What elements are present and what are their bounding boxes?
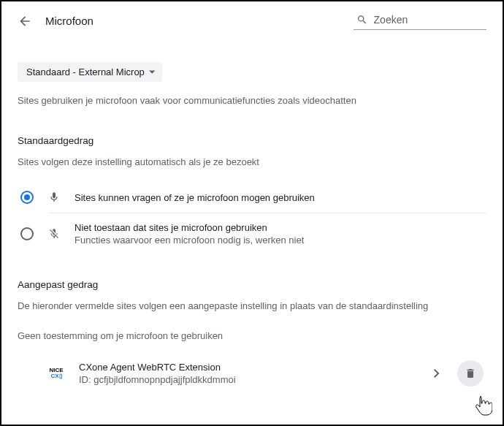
arrow-left-icon [18, 14, 32, 28]
back-button[interactable] [18, 14, 32, 28]
custom-behavior-subtext: De hieronder vermelde sites volgen een a… [18, 300, 486, 311]
search-input[interactable] [374, 14, 484, 26]
radio-option-ask[interactable]: Sites kunnen vragen of ze je microfoon m… [18, 182, 486, 213]
device-dropdown[interactable]: Standaard - External Microphone [18, 62, 162, 82]
page-title: Microfoon [45, 15, 93, 27]
trash-icon [465, 368, 476, 379]
chevron-right-icon [434, 369, 440, 378]
radio-button[interactable] [20, 227, 34, 240]
site-name: CXone Agent WebRTC Extension [79, 362, 416, 373]
radio-label: Niet toestaan dat sites je microfoon geb… [75, 222, 486, 233]
search-icon [356, 13, 368, 26]
microphone-icon [47, 191, 61, 203]
radio-label: Sites kunnen vragen of ze je microfoon m… [75, 192, 486, 203]
microphone-off-icon [47, 228, 61, 240]
delete-site-button[interactable] [457, 360, 484, 387]
site-details-button[interactable] [429, 365, 444, 382]
device-dropdown-label: Standaard - External Microphone [26, 66, 145, 77]
custom-behavior-heading: Aangepast gedrag [18, 279, 486, 290]
extension-icon: NICE CX▯ [47, 365, 66, 381]
radio-sublabel: Functies waarvoor een microfoon nodig is… [75, 235, 486, 246]
blocked-section-label: Geen toestemming om je microfoon te gebr… [18, 330, 486, 341]
caret-down-icon [149, 69, 155, 76]
intro-text: Sites gebruiken je microfoon vaak voor c… [18, 95, 486, 106]
site-id: ID: gcfjbjldfomnopnpdjajjfpldkkdmmoi [79, 374, 416, 385]
radio-option-block[interactable]: Niet toestaan dat sites je microfoon geb… [18, 213, 486, 254]
default-behavior-heading: Standaardgedrag [18, 135, 486, 146]
default-behavior-subtext: Sites volgen deze instelling automatisch… [18, 156, 486, 167]
search-field[interactable] [354, 12, 486, 30]
blocked-site-row[interactable]: NICE CX▯ CXone Agent WebRTC Extension ID… [18, 357, 486, 389]
radio-button[interactable] [20, 191, 34, 204]
